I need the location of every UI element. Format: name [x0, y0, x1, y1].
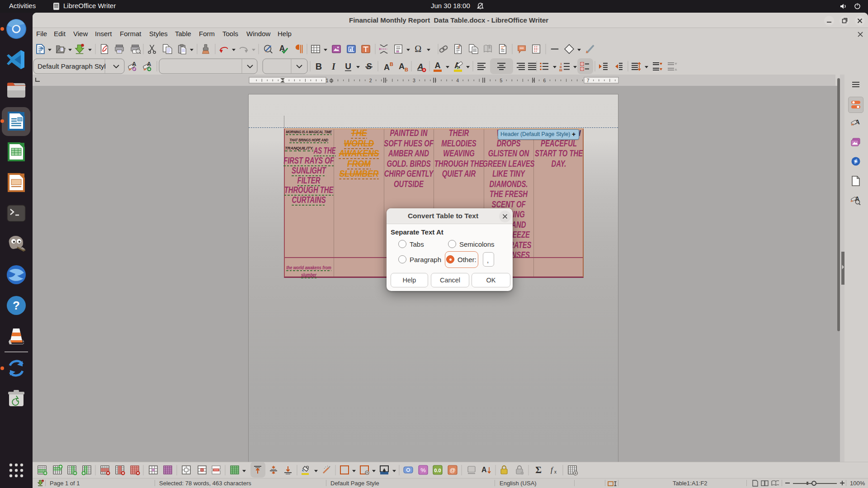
svg-text:@: @ — [449, 467, 455, 474]
svg-text:1: 1 — [458, 45, 460, 49]
svg-text:I: I — [331, 61, 336, 71]
svg-text:Σ: Σ — [535, 465, 542, 475]
svg-text:A: A — [132, 61, 137, 67]
svg-text:3: 3 — [413, 78, 415, 83]
svg-text:1: 1 — [326, 78, 329, 83]
svg-text:A: A — [384, 63, 390, 72]
svg-text:B: B — [405, 67, 408, 72]
svg-text:6: 6 — [543, 78, 546, 83]
svg-text:A: A — [399, 62, 405, 71]
svg-text:A: A — [147, 61, 151, 67]
svg-text:5: 5 — [500, 78, 502, 83]
svg-text:B: B — [390, 61, 393, 67]
svg-text:x: x — [554, 469, 557, 474]
svg-text:4: 4 — [456, 78, 459, 83]
svg-text:S: S — [366, 61, 372, 71]
svg-text:2: 2 — [369, 78, 372, 83]
svg-text:A: A — [435, 61, 441, 70]
svg-text:Default Paragraph Styl: Default Paragraph Styl — [38, 62, 106, 70]
svg-text:?: ? — [13, 299, 20, 312]
svg-text:7: 7 — [587, 78, 590, 83]
svg-text:Ω: Ω — [415, 44, 421, 54]
svg-text:III: III — [559, 68, 562, 72]
svg-text:%: % — [420, 467, 426, 474]
svg-text:U: U — [345, 61, 351, 71]
svg-text:f: f — [551, 465, 554, 474]
svg-text:B: B — [316, 61, 322, 71]
svg-text:A: A — [481, 466, 487, 474]
svg-text:0.0: 0.0 — [434, 468, 441, 473]
